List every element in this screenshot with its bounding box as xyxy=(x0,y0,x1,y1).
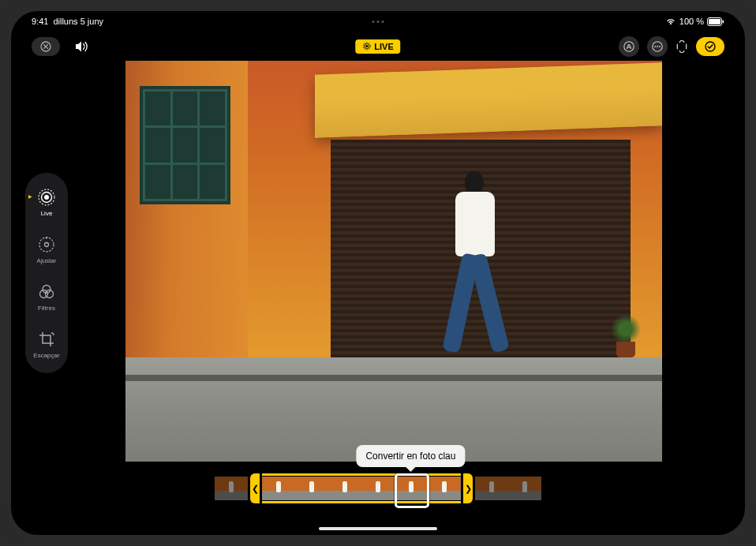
svg-point-18 xyxy=(46,237,48,239)
volume-button[interactable] xyxy=(74,40,90,53)
cancel-button[interactable] xyxy=(32,37,60,56)
speaker-icon xyxy=(74,40,90,53)
photo-content xyxy=(125,61,662,462)
trim-handle-start[interactable]: ❮ xyxy=(250,473,260,503)
ellipsis-circle-icon xyxy=(652,41,663,52)
trim-handle-end[interactable]: ❯ xyxy=(463,473,473,503)
markup-button[interactable] xyxy=(619,36,639,57)
svg-point-10 xyxy=(657,46,658,47)
svg-rect-1 xyxy=(709,19,720,24)
photo-viewport[interactable] xyxy=(106,62,682,461)
svg-point-11 xyxy=(659,46,661,47)
filmstrip-frame[interactable] xyxy=(508,477,541,500)
live-photo-badge[interactable]: LIVE xyxy=(355,39,400,54)
svg-point-16 xyxy=(39,237,54,252)
filmstrip-frame[interactable] xyxy=(215,477,248,500)
filmstrip-frame[interactable] xyxy=(262,477,295,500)
tool-filters-label: Filtres xyxy=(38,305,55,312)
tooltip-label: Convertir en foto clau xyxy=(365,451,455,462)
home-indicator[interactable] xyxy=(319,527,437,530)
edit-mode-rail: Live Ajustar Filtres Escapçar xyxy=(25,173,68,373)
crop-tool-icon xyxy=(36,329,57,350)
tool-filters[interactable]: Filtres xyxy=(36,282,57,312)
filmstrip-frame[interactable] xyxy=(295,477,328,500)
device-frame: 9:41 dilluns 5 juny 100 % xyxy=(0,0,756,546)
status-left: 9:41 dilluns 5 juny xyxy=(32,17,103,26)
tool-live-label: Live xyxy=(41,210,53,217)
fullscreen-button[interactable] xyxy=(676,40,688,53)
multitask-dots[interactable] xyxy=(372,21,384,23)
svg-point-9 xyxy=(654,46,656,47)
svg-point-17 xyxy=(45,243,49,247)
checkmark-circle-icon xyxy=(705,41,716,52)
screen: 9:41 dilluns 5 juny 100 % xyxy=(11,11,745,535)
adjust-tool-icon xyxy=(36,234,57,255)
wifi-icon xyxy=(665,17,676,25)
tool-adjust[interactable]: Ajustar xyxy=(36,234,57,264)
svg-point-19 xyxy=(43,286,51,294)
svg-rect-2 xyxy=(723,20,724,23)
tool-crop[interactable]: Escapçar xyxy=(33,329,59,359)
live-icon xyxy=(362,42,371,50)
live-tool-icon xyxy=(36,187,57,208)
battery-percent: 100 % xyxy=(679,17,704,26)
edit-toolbar: LIVE xyxy=(11,33,745,60)
filmstrip-frame[interactable] xyxy=(475,477,508,500)
expand-icon xyxy=(676,40,688,53)
svg-point-7 xyxy=(624,42,634,51)
filmstrip-frame[interactable] xyxy=(328,477,361,500)
svg-point-4 xyxy=(365,45,368,47)
battery-icon xyxy=(707,17,724,26)
live-badge-label: LIVE xyxy=(374,42,393,51)
live-photo-filmstrip[interactable]: ❮ ❯ xyxy=(215,473,541,503)
status-date: dilluns 5 juny xyxy=(53,17,103,26)
status-right: 100 % xyxy=(665,17,724,26)
close-circle-icon xyxy=(40,41,51,52)
status-time: 9:41 xyxy=(32,17,48,26)
done-button[interactable] xyxy=(696,37,724,56)
make-key-photo-button[interactable]: Convertir en foto clau xyxy=(356,445,465,467)
status-bar: 9:41 dilluns 5 juny 100 % xyxy=(11,11,745,28)
svg-point-21 xyxy=(46,290,54,298)
tool-crop-label: Escapçar xyxy=(33,352,59,359)
filmstrip-frame[interactable] xyxy=(361,477,395,500)
more-button[interactable] xyxy=(647,36,668,57)
svg-point-13 xyxy=(44,195,49,200)
tool-live[interactable]: Live xyxy=(36,187,57,217)
filmstrip-frame[interactable] xyxy=(395,477,428,500)
filmstrip-after xyxy=(475,477,541,500)
filmstrip-before xyxy=(215,477,248,500)
trim-region[interactable] xyxy=(262,473,461,503)
filmstrip-frame[interactable] xyxy=(428,477,461,500)
tool-adjust-label: Ajustar xyxy=(37,257,57,264)
filters-tool-icon xyxy=(36,282,57,302)
markup-icon xyxy=(623,41,634,52)
